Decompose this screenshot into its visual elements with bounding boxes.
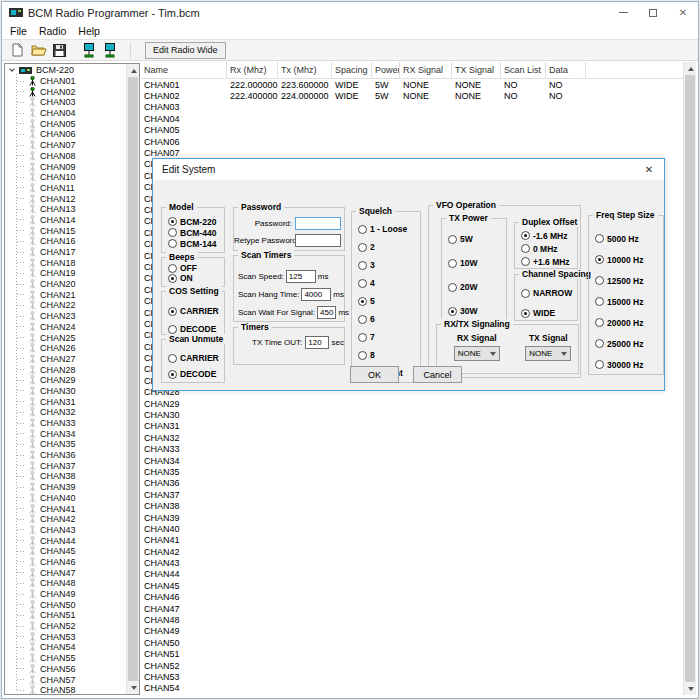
tree-item-chan43[interactable]: CHAN43 [5,525,126,536]
table-row-chan36[interactable]: CHAN36 [141,478,683,489]
rx-signal-dropdown[interactable]: NONE [454,346,500,361]
tree-item-chan16[interactable]: CHAN16 [5,236,126,247]
tree-item-chan36[interactable]: CHAN36 [5,450,126,461]
grid-scrollbar[interactable] [683,62,696,695]
table-row-chan41[interactable]: CHAN41 [141,535,683,546]
tree-item-chan30[interactable]: CHAN30 [5,386,126,397]
column-header-data[interactable]: Data [546,62,586,78]
table-row-chan42[interactable]: CHAN42 [141,546,683,557]
tree-item-chan26[interactable]: CHAN26 [5,343,126,354]
table-row-chan45[interactable]: CHAN45 [141,580,683,591]
tree-item-chan21[interactable]: CHAN21 [5,289,126,300]
tree-item-chan32[interactable]: CHAN32 [5,407,126,418]
table-row-chan01[interactable]: CHAN01222.000000223.600000WIDE5WNONENONE… [141,79,683,90]
column-header-name[interactable]: Name [141,62,227,78]
radio-12500-hz[interactable]: 12500 Hz [595,270,663,291]
ok-button[interactable]: OK [350,366,399,383]
radio-7[interactable]: 7 [358,328,420,346]
tree-item-chan17[interactable]: CHAN17 [5,247,126,258]
tree-item-chan34[interactable]: CHAN34 [5,428,126,439]
radio-carrier[interactable]: CARRIER [168,302,224,320]
radio-bcm-144[interactable]: BCM-144 [168,238,224,249]
radio-5000-hz[interactable]: 5000 Hz [595,228,663,249]
tree-item-chan08[interactable]: CHAN08 [5,151,126,162]
dialog-close-button[interactable]: ✕ [634,159,664,180]
tree-item-chan24[interactable]: CHAN24 [5,322,126,333]
table-row-chan53[interactable]: CHAN53 [141,671,683,682]
tree-item-chan01[interactable]: CHAN01 [5,76,126,87]
tree-item-chan19[interactable]: CHAN19 [5,268,126,279]
tree-item-chan33[interactable]: CHAN33 [5,418,126,429]
radio-5w[interactable]: 5W [448,227,506,251]
scan-speed-input[interactable]: 125 [286,270,316,283]
tree-item-chan56[interactable]: CHAN56 [5,664,126,675]
table-row-chan03[interactable]: CHAN03 [141,102,683,113]
tree-item-chan58[interactable]: CHAN58 [5,685,126,694]
tree-scrollbar[interactable] [126,64,139,694]
radio-8[interactable]: 8 [358,346,420,364]
table-row-chan40[interactable]: CHAN40 [141,523,683,534]
tree-item-chan12[interactable]: CHAN12 [5,193,126,204]
radio-6[interactable]: 6 [358,310,420,328]
tree-item-chan10[interactable]: CHAN10 [5,172,126,183]
column-header-power[interactable]: Power [372,62,400,78]
chevron-down-icon[interactable] [9,67,15,73]
grid-scrollbar-thumb[interactable] [685,75,695,682]
tree-item-chan20[interactable]: CHAN20 [5,279,126,290]
cancel-button[interactable]: Cancel [413,366,462,383]
tree-item-chan29[interactable]: CHAN29 [5,375,126,386]
radio-1-loose[interactable]: 1 - Loose [358,220,420,238]
tree-item-chan44[interactable]: CHAN44 [5,535,126,546]
scroll-up-icon[interactable] [127,64,140,77]
read-radio-button[interactable] [99,41,120,59]
tree-item-chan02[interactable]: CHAN02 [5,86,126,97]
tree-item-chan11[interactable]: CHAN11 [5,183,126,194]
tree-item-chan18[interactable]: CHAN18 [5,257,126,268]
tree-item-chan54[interactable]: CHAN54 [5,642,126,653]
radio-narrow[interactable]: NARROW [521,283,577,303]
radio-off[interactable]: OFF [168,263,224,273]
tree-scrollbar-thumb[interactable] [128,77,138,681]
radio-5[interactable]: 5 [358,292,420,310]
table-row-chan38[interactable]: CHAN38 [141,500,683,511]
table-row-chan44[interactable]: CHAN44 [141,569,683,580]
tree-item-chan50[interactable]: CHAN50 [5,599,126,610]
table-row-chan31[interactable]: CHAN31 [141,421,683,432]
open-file-button[interactable] [28,41,49,59]
table-row-chan06[interactable]: CHAN06 [141,136,683,147]
password-input[interactable] [295,217,341,230]
scan-wait-input[interactable]: 450 [317,306,336,319]
tree-item-chan37[interactable]: CHAN37 [5,460,126,471]
scroll-up-icon[interactable] [684,62,697,75]
tree-item-chan35[interactable]: CHAN35 [5,439,126,450]
table-row-chan34[interactable]: CHAN34 [141,455,683,466]
tree-item-chan42[interactable]: CHAN42 [5,514,126,525]
radio-10w[interactable]: 10W [448,251,506,275]
scan-hang-time-input[interactable]: 4000 [301,288,331,301]
tree-item-chan27[interactable]: CHAN27 [5,354,126,365]
table-row-chan49[interactable]: CHAN49 [141,626,683,637]
radio-20w[interactable]: 20W [448,275,506,299]
radio-on[interactable]: ON [168,273,224,283]
table-row-chan50[interactable]: CHAN50 [141,637,683,648]
maximize-button[interactable] [638,2,668,23]
radio-30000-hz[interactable]: 30000 Hz [595,354,663,375]
tree-root-bcm-220[interactable]: BCM-220 [5,65,126,76]
tree-item-chan05[interactable]: CHAN05 [5,118,126,129]
radio-wide[interactable]: WIDE [521,303,577,323]
tree-item-chan57[interactable]: CHAN57 [5,674,126,685]
tree-item-chan45[interactable]: CHAN45 [5,546,126,557]
table-row-chan30[interactable]: CHAN30 [141,409,683,420]
radio-decode[interactable]: DECODE [168,366,224,382]
radio--1-6-mhz[interactable]: +1.6 MHz [521,255,577,268]
table-row-chan54[interactable]: CHAN54 [141,683,683,694]
table-row-chan51[interactable]: CHAN51 [141,649,683,660]
tree-item-chan06[interactable]: CHAN06 [5,129,126,140]
radio-bcm-440[interactable]: BCM-440 [168,227,224,238]
tree-item-chan22[interactable]: CHAN22 [5,300,126,311]
table-row-chan52[interactable]: CHAN52 [141,660,683,671]
tree-item-chan55[interactable]: CHAN55 [5,653,126,664]
dialog-title-bar[interactable]: Edit System ✕ [153,159,664,180]
scroll-down-icon[interactable] [684,682,697,695]
tree-item-chan41[interactable]: CHAN41 [5,503,126,514]
